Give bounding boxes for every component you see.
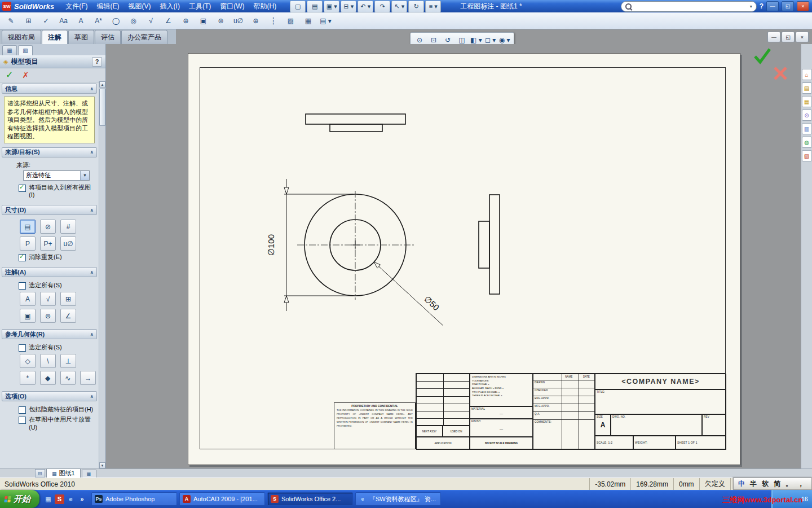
child-restore-button[interactable]: ◱ <box>782 32 795 42</box>
ime-button[interactable]: 中 <box>738 479 745 489</box>
search-input[interactable] <box>634 2 747 11</box>
eliminate-duplicates-checkbox[interactable]: 消除重复(E) <box>19 253 95 261</box>
source-dropdown[interactable]: 所选特征 <box>23 170 90 181</box>
restore-button[interactable]: ◱ <box>782 1 794 11</box>
ime-button[interactable]: 半 <box>750 479 757 489</box>
menu-item[interactable]: 编辑(E) <box>92 1 124 12</box>
task-photoshop[interactable]: Ps Adobe Photoshop <box>91 492 177 506</box>
new-document-icon[interactable]: ▢ <box>290 1 306 12</box>
propertymanager-tab[interactable]: ▧ <box>18 45 33 55</box>
pm-datum-icon[interactable]: ▣ <box>20 309 36 323</box>
datum-feature-icon[interactable]: ▣ <box>195 14 212 28</box>
add-sheet-tab[interactable]: ▦ <box>82 470 96 478</box>
cancel-button[interactable]: ✗ <box>22 71 29 79</box>
pm-origin-icon[interactable]: ⊥ <box>60 354 76 368</box>
centerline-icon[interactable]: ┆ <box>264 14 282 28</box>
section-header-dimensions[interactable]: 尺寸(D) <box>2 205 97 215</box>
hole-callout-icon[interactable]: u∅ <box>230 14 247 28</box>
surface-finish-icon[interactable]: √ <box>142 14 160 28</box>
redo-icon[interactable]: ↷ <box>374 1 390 12</box>
pm-weld-icon[interactable]: ∠ <box>60 309 76 323</box>
balloon-icon[interactable]: ◯ <box>107 14 125 28</box>
geometric-tolerance-icon[interactable]: ⊕ <box>177 14 195 28</box>
scroll-up-icon[interactable]: ▲ <box>99 81 105 87</box>
menu-item[interactable]: 窗口(W) <box>215 1 249 12</box>
pm-dims-marked-icon[interactable]: ▤ <box>20 220 36 234</box>
solidworks-resources-icon[interactable]: ⌂ <box>802 69 812 80</box>
confirm-cancel-icon[interactable] <box>773 65 788 81</box>
tab-sketch[interactable]: 草图 <box>68 30 94 44</box>
custom-properties-icon[interactable]: ▧ <box>802 150 812 161</box>
design-library-icon[interactable]: ▤ <box>802 82 812 94</box>
include-hidden-features-checkbox[interactable]: 包括隐藏特征的项目(H) <box>19 406 95 414</box>
open-icon[interactable]: ▤ <box>307 1 323 12</box>
quicklaunch-solidworks-icon[interactable]: S <box>55 494 64 504</box>
blocks-icon[interactable]: ▦ <box>299 14 317 28</box>
help-icon[interactable]: ? <box>760 2 764 10</box>
datum-target-icon[interactable]: ⊚ <box>212 14 230 28</box>
area-hatch-icon[interactable]: ▨ <box>282 14 299 28</box>
tab-annotation[interactable]: 注解 <box>42 30 68 44</box>
refgeo-select-all-checkbox[interactable]: 选定所有(S) <box>19 344 95 352</box>
task-ie[interactable]: e 『SW资料教程区』 资... <box>355 492 441 506</box>
spell-checker-icon[interactable]: ✓ <box>37 14 55 28</box>
menu-item[interactable]: 视图(V) <box>124 1 156 12</box>
menu-item[interactable]: 插入(I) <box>156 1 184 12</box>
auto-balloon-icon[interactable]: ◎ <box>125 14 142 28</box>
menu-item[interactable]: 帮助(H) <box>249 1 281 12</box>
quicklaunch-desktop-icon[interactable]: ▦ <box>43 494 53 504</box>
panel-scrollbar[interactable]: ▲ ▼ <box>99 81 105 468</box>
smart-dimension-icon[interactable]: ✎ <box>2 14 20 28</box>
sheet-tab[interactable]: ▦ 图纸1 <box>46 468 81 478</box>
dropdown-arrow-icon[interactable] <box>80 171 89 180</box>
panel-help-button[interactable]: ? <box>92 57 102 67</box>
pm-surface-finish-icon[interactable]: √ <box>40 292 56 306</box>
dimension-diameter-50[interactable]: ∅50 <box>422 294 441 313</box>
child-minimize-button[interactable]: — <box>767 32 780 42</box>
weld-symbol-icon[interactable]: ∠ <box>160 14 177 28</box>
confirm-ok-icon[interactable] <box>753 47 771 64</box>
minimize-button[interactable]: — <box>766 1 779 11</box>
view-palette-icon[interactable]: ▥ <box>802 123 812 134</box>
quicklaunch-more-icon[interactable]: » <box>77 494 87 504</box>
child-close-button[interactable]: × <box>796 32 809 42</box>
search-box[interactable]: ▾ <box>621 1 757 12</box>
select-icon[interactable]: ↖ ▾ <box>391 1 407 12</box>
pm-hole-wizard-locations-icon[interactable]: P <box>20 237 36 251</box>
menu-item[interactable]: 工具(T) <box>184 1 215 12</box>
model-items-icon[interactable]: ⊞ <box>20 14 37 28</box>
scroll-down-icon[interactable]: ▼ <box>99 462 105 468</box>
section-header-annotations[interactable]: 注解(A) <box>2 267 97 277</box>
section-header-message[interactable]: 信息 <box>2 84 97 94</box>
pm-surface-icon[interactable]: ◆ <box>40 371 56 385</box>
undo-icon[interactable]: ↶ ▾ <box>358 1 373 12</box>
pm-axis-icon[interactable]: \ <box>40 354 56 368</box>
pm-hole-callout-icon[interactable]: u∅ <box>60 237 76 251</box>
linked-note-icon[interactable]: A* <box>90 14 107 28</box>
print-icon[interactable]: ⊟ ▾ <box>341 1 356 12</box>
task-solidworks[interactable]: S SolidWorks Office 2... <box>267 492 353 506</box>
pm-plane-icon[interactable]: ◇ <box>20 354 36 368</box>
start-button[interactable]: 开始 <box>0 490 39 508</box>
pm-curve-icon[interactable]: * <box>20 371 36 385</box>
pm-dims-not-marked-icon[interactable]: ⊘ <box>40 220 56 234</box>
tables-icon[interactable]: ▤ ▾ <box>317 14 334 28</box>
pm-dims-instance-count-icon[interactable]: # <box>60 220 76 234</box>
pm-split-line-icon[interactable]: ∿ <box>60 371 76 385</box>
format-painter-icon[interactable]: Aa <box>55 14 72 28</box>
dimension-diameter-100[interactable]: ∅100 <box>266 234 276 256</box>
ime-button[interactable]: ， <box>797 479 804 489</box>
save-icon[interactable]: ▣ ▾ <box>324 1 339 12</box>
appearances-icon[interactable]: ◍ <box>802 137 812 148</box>
tab-view-layout[interactable]: 视图布局 <box>2 30 41 44</box>
ime-button[interactable]: 。 <box>785 479 792 489</box>
pm-gtol-icon[interactable]: ⊞ <box>60 292 76 306</box>
scrollbar-thumb[interactable] <box>99 89 105 126</box>
center-mark-icon[interactable]: ⊕ <box>247 14 264 28</box>
search-dropdown-icon[interactable]: ▾ <box>750 4 752 9</box>
annotations-select-all-checkbox[interactable]: 选定所有(S) <box>19 282 95 290</box>
note-icon[interactable]: A <box>72 14 90 28</box>
pm-route-point-icon[interactable]: → <box>80 371 96 385</box>
pm-note-icon[interactable]: A <box>20 292 36 306</box>
file-explorer-icon[interactable]: ▦ <box>802 96 812 107</box>
